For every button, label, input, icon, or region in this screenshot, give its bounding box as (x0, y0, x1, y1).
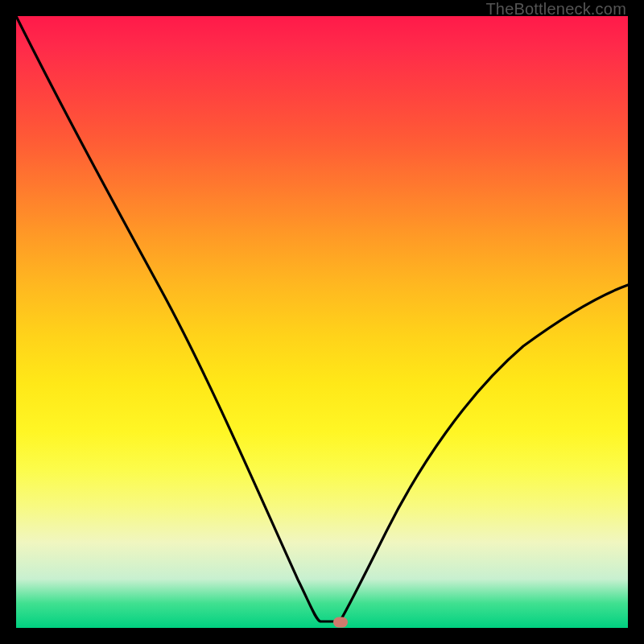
curve-svg (16, 16, 628, 628)
plot-area (16, 16, 628, 628)
bottleneck-curve-path (16, 16, 628, 621)
optimal-point-marker (333, 617, 348, 628)
chart-container: TheBottleneck.com (0, 0, 644, 644)
watermark-text: TheBottleneck.com (485, 0, 626, 19)
